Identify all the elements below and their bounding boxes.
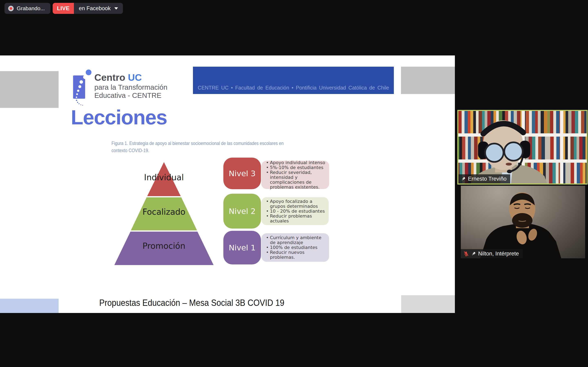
slide-title: Lecciones [71, 106, 167, 129]
participant-tile-ernesto[interactable]: Ernesto Treviño [457, 110, 588, 184]
logo-tagline-line2: Educativa - CENTRE [94, 91, 162, 100]
logo-brand-primary: Centro [94, 72, 125, 83]
bullet-item: Currículum y ambiente de aprendizaje [265, 235, 326, 245]
bullet-item: Reducir severidad, intensidad y complica… [265, 170, 326, 190]
slide-decoration-bar [401, 67, 455, 94]
bullet-item: Reducir nuevos problemas. [265, 250, 326, 260]
pyramid-label-focalizado: Focalizado [143, 207, 185, 217]
figure-caption: Figura 1. Estrategia de apoyo al bienest… [112, 140, 287, 154]
recording-label: Grabando... [17, 5, 45, 12]
slide-footer-text: Propuestas Educación – Mesa Social 3B CO… [99, 298, 285, 308]
meeting-window: Grabando... LIVE en Facebook Ce [0, 0, 588, 367]
bullet-item: Apoyo focalizado a grupos determinados [265, 199, 326, 209]
slide-decoration-bar [0, 71, 59, 108]
level-2-bullet-list: Apoyo focalizado a grupos determinados 1… [265, 199, 326, 224]
pyramid-label-promocion: Promoción [143, 241, 185, 250]
participant-name: Nilton, Intérprete [478, 250, 519, 257]
logo-brand-secondary: UC [128, 72, 142, 83]
level-2-badge: Nivel 2 [223, 194, 261, 229]
participant-name: Ernesto Treviño [468, 176, 507, 182]
pin-icon [471, 251, 476, 256]
shared-screen-slide: Centro UC para la Transformación Educati… [0, 55, 455, 313]
nameplate-ernesto: Ernesto Treviño [458, 174, 510, 184]
centro-uc-logo-icon [71, 69, 96, 107]
slide-decoration-bar [0, 299, 59, 313]
level-1-badge: Nivel 1 [223, 231, 261, 264]
chevron-down-icon[interactable] [114, 7, 118, 9]
record-icon [8, 6, 14, 11]
bullet-item: 5%-10% de estudiantes [265, 165, 326, 170]
bullet-item: Reducir problemas actuales [265, 214, 326, 224]
pin-icon [461, 176, 466, 182]
live-stream-control[interactable]: LIVE en Facebook [53, 3, 123, 14]
level-3-details: Apoyo individual intenso 5%-10% de estud… [261, 161, 329, 189]
bullet-item: 100% de estudiantes [265, 245, 326, 250]
slide-decoration-bar [401, 295, 455, 313]
recording-indicator: Grabando... [4, 3, 51, 14]
live-badge: LIVE [53, 3, 74, 14]
level-3-badge: Nivel 3 [223, 158, 261, 189]
logo-brand-text: Centro UC [94, 72, 142, 83]
bullet-item: 10 - 20% de estudiantes [265, 209, 326, 214]
slide-header-banner: CENTRE UC • Facultad de Educación • Pont… [193, 67, 394, 94]
level-2-details: Apoyo focalizado a grupos determinados 1… [261, 197, 329, 225]
pyramid-label-individual: Individual [144, 173, 184, 182]
participant-video-ernesto [458, 111, 587, 184]
level-1-bullet-list: Currículum y ambiente de aprendizaje 100… [265, 235, 326, 260]
nameplate-nilton: Nilton, Intérprete [461, 249, 523, 258]
bullet-item: Apoyo individual intenso [265, 160, 326, 165]
level-1-details: Currículum y ambiente de aprendizaje 100… [261, 233, 329, 262]
live-destination-label: en Facebook [79, 5, 111, 12]
live-destination-dropdown[interactable]: en Facebook [74, 3, 123, 14]
banner-text: CENTRE UC • Facultad de Educación • Pont… [198, 85, 389, 94]
level-3-bullet-list: Apoyo individual intenso 5%-10% de estud… [265, 160, 326, 190]
logo-tagline-line1: para la Transformación [94, 83, 167, 91]
participant-video-nilton [461, 186, 585, 258]
mic-muted-icon [463, 251, 469, 257]
participant-tile-nilton[interactable]: Nilton, Intérprete [461, 186, 585, 258]
